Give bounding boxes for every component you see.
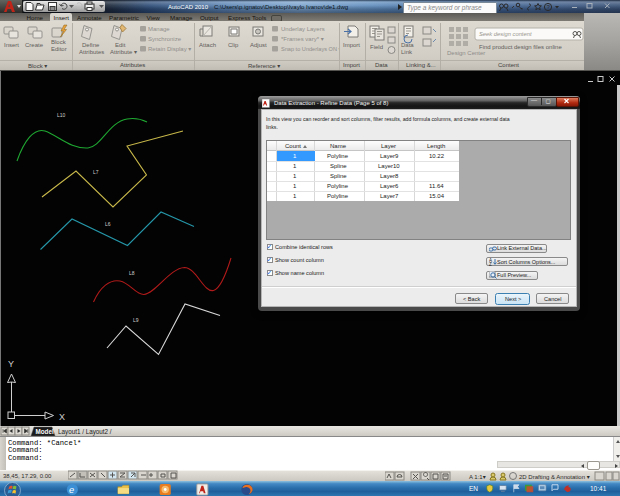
- svg-text:2D Drafting & Annotation ▾: 2D Drafting & Annotation ▾: [519, 474, 590, 480]
- svg-text:e: e: [69, 484, 74, 494]
- svg-text:A 1:1▾: A 1:1▾: [469, 474, 486, 480]
- svg-text:Manage: Manage: [148, 26, 170, 32]
- svg-text:L9: L9: [133, 317, 139, 323]
- svg-text:Seek design content: Seek design content: [479, 31, 532, 37]
- svg-text:Editor: Editor: [51, 46, 67, 52]
- svg-text:Block: Block: [51, 39, 67, 45]
- svg-text:Snap to Underlays ON ▾: Snap to Underlays ON ▾: [281, 46, 339, 52]
- svg-text:Adjust: Adjust: [250, 42, 267, 48]
- svg-text:Edit: Edit: [115, 42, 126, 48]
- svg-text:Model: Model: [36, 428, 54, 435]
- svg-text:Attributes: Attributes: [79, 49, 104, 55]
- svg-text:L8: L8: [129, 270, 135, 276]
- svg-text:Design Center: Design Center: [447, 50, 485, 56]
- svg-text:L6: L6: [105, 221, 111, 227]
- svg-text:Layout1 / Layout2 /: Layout1 / Layout2 /: [58, 428, 112, 436]
- svg-text:Find product design files onli: Find product design files online: [479, 44, 562, 50]
- svg-text:Define: Define: [82, 42, 100, 48]
- svg-text:Clip: Clip: [228, 42, 239, 48]
- svg-text:X: X: [59, 412, 65, 422]
- svg-text:Attach: Attach: [199, 42, 216, 48]
- svg-text:L10: L10: [57, 112, 66, 118]
- svg-text:Y: Y: [8, 359, 14, 369]
- svg-text:Data: Data: [401, 42, 414, 48]
- svg-text:Field: Field: [370, 44, 383, 50]
- svg-text:Insert: Insert: [4, 42, 19, 48]
- svg-text:Synchronize: Synchronize: [148, 36, 182, 42]
- svg-text:Create: Create: [25, 42, 44, 48]
- svg-text:L7: L7: [93, 169, 99, 175]
- svg-text:Import: Import: [343, 42, 360, 48]
- svg-text:?: ?: [547, 4, 551, 10]
- svg-text:*Frames vary* ▾: *Frames vary* ▾: [281, 36, 324, 42]
- svg-text:Retain Display ▾: Retain Display ▾: [148, 46, 191, 52]
- svg-text:Z: Z: [489, 262, 492, 266]
- svg-text:Link: Link: [401, 49, 413, 55]
- svg-text:Underlay Layers: Underlay Layers: [281, 26, 325, 32]
- svg-text:Attribute ▾: Attribute ▾: [110, 49, 137, 55]
